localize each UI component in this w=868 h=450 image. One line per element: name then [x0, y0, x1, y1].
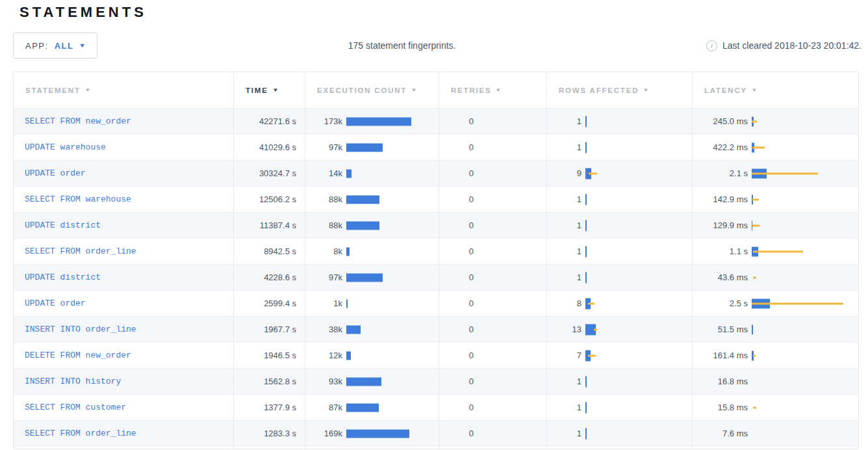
- retries-value: 0: [439, 142, 474, 152]
- latency-stddev-bar: [753, 276, 756, 278]
- rows-affected-value: 8: [547, 298, 581, 308]
- statement-link[interactable]: SELECT FROM new_order: [25, 116, 131, 126]
- time-value: 1562.8 s: [264, 377, 296, 386]
- execution-count-bar: [346, 403, 379, 412]
- latency-stddev-bar: [752, 146, 765, 148]
- latency-value: 7.6 ms: [693, 429, 748, 438]
- rows-affected-value: 1: [547, 142, 581, 152]
- statement-link[interactable]: UPDATE district: [25, 220, 101, 230]
- execution-count-value: 97k: [305, 272, 342, 282]
- retries-value: 0: [439, 194, 474, 204]
- execution-count-bar: [346, 351, 351, 360]
- table-row: UPDATE warehouse 41029.6 s 97k 0 1 422.2…: [14, 134, 858, 160]
- time-value: 12506.2 s: [259, 194, 296, 204]
- execution-count-bar: [346, 143, 383, 152]
- rows-affected-value: 9: [547, 168, 581, 178]
- table-row: SELECT FROM order_line 1283.3 s 169k 0 1…: [14, 420, 858, 446]
- column-header-rows-affected[interactable]: ROWS AFFECTED ▼: [546, 72, 692, 108]
- execution-count-value: 12k: [305, 351, 342, 360]
- table-header-row: STATEMENT ▼ TIME ▼ EXECUTION COUNT ▼ RET…: [14, 72, 858, 108]
- retries-value: 0: [439, 220, 474, 230]
- rows-affected-value: 7: [547, 351, 581, 360]
- rows-affected-bar: [585, 246, 587, 257]
- execution-count-value: 88k: [305, 194, 342, 204]
- statement-link[interactable]: SELECT FROM order_line: [25, 429, 136, 438]
- sort-arrow-icon: ▼: [643, 87, 649, 93]
- statement-link[interactable]: DELETE FROM new_order: [25, 351, 131, 360]
- statement-link[interactable]: SELECT FROM warehouse: [25, 194, 131, 204]
- app-filter-value: ALL: [55, 41, 74, 51]
- rows-affected-stddev-bar: [589, 172, 597, 174]
- rows-affected-value: 1: [547, 403, 581, 412]
- time-value: 41029.6 s: [259, 142, 296, 152]
- rows-affected-value: 1: [547, 272, 581, 282]
- execution-count-bar: [346, 377, 381, 386]
- table-row: SELECT FROM new_order 42271.6 s 173k 0 1…: [14, 108, 858, 134]
- latency-stddev-bar: [752, 172, 818, 174]
- column-header-time[interactable]: TIME ▼: [233, 72, 305, 108]
- sort-arrow-icon: ▼: [495, 87, 502, 93]
- latency-value: 15.8 ms: [693, 403, 748, 412]
- rows-affected-value: 1: [547, 194, 581, 204]
- time-value: 42271.6 s: [259, 116, 296, 126]
- latency-value: 161.4 ms: [693, 351, 748, 360]
- table-row: SELECT FROM order_line 8942.5 s 8k 0 1 1…: [14, 238, 858, 264]
- time-value: 1946.5 s: [264, 351, 296, 360]
- statements-page: STATEMENTS APP: ALL ▼ 175 statement fing…: [0, 0, 868, 450]
- latency-stddev-bar: [752, 302, 843, 304]
- statement-link[interactable]: UPDATE warehouse: [25, 142, 106, 152]
- column-header-statement[interactable]: STATEMENT ▼: [14, 72, 233, 108]
- latency-bar: [752, 324, 753, 334]
- chevron-down-icon: ▼: [79, 42, 86, 49]
- latency-value: 422.2 ms: [693, 142, 748, 152]
- rows-affected-stddev-bar: [588, 302, 594, 304]
- execution-count-bar: [346, 325, 361, 334]
- statement-link[interactable]: INSERT INTO order_line: [25, 324, 136, 334]
- statement-link[interactable]: SELECT FROM order_line: [25, 246, 136, 256]
- table-row: UPDATE order 30324.7 s 14k 0 9 2.1 s: [14, 160, 858, 186]
- statement-link[interactable]: UPDATE order: [25, 168, 86, 178]
- table-row: INSERT INTO history 1562.8 s 93k 0 1 16.…: [14, 368, 858, 394]
- column-header-execution-count[interactable]: EXECUTION COUNT ▼: [305, 72, 439, 108]
- rows-affected-bar: [585, 220, 587, 231]
- execution-count-value: 97k: [305, 142, 342, 152]
- time-value: 8942.5 s: [264, 246, 296, 256]
- table-row: UPDATE order 2599.4 s 1k 0 8 2.5 s: [14, 290, 858, 316]
- toolbar: APP: ALL ▼ 175 statement fingerprints. i…: [13, 33, 862, 59]
- latency-stddev-bar: [753, 406, 756, 408]
- sort-arrow-icon: ▼: [411, 87, 417, 93]
- latency-value: 16.8 ms: [693, 377, 748, 386]
- latency-stddev-bar: [753, 354, 756, 356]
- rows-affected-bar: [585, 116, 587, 127]
- time-value: 1967.7 s: [264, 324, 296, 334]
- rows-affected-stddev-bar: [594, 328, 597, 330]
- rows-affected-value: 1: [547, 246, 581, 256]
- statement-link[interactable]: INSERT INTO history: [25, 377, 121, 386]
- execution-count-value: 1k: [305, 298, 342, 308]
- retries-value: 0: [439, 116, 474, 126]
- info-icon[interactable]: i: [706, 40, 717, 51]
- rows-affected-bar: [585, 194, 587, 205]
- statement-link[interactable]: UPDATE district: [25, 272, 101, 282]
- latency-value: 245.0 ms: [693, 116, 748, 126]
- app-filter-dropdown[interactable]: APP: ALL ▼: [13, 33, 97, 59]
- partial-next-row: [14, 446, 858, 449]
- statement-link[interactable]: UPDATE order: [25, 298, 86, 308]
- statements-table: STATEMENT ▼ TIME ▼ EXECUTION COUNT ▼ RET…: [13, 72, 859, 449]
- rows-affected-value: 1: [547, 116, 581, 126]
- time-value: 1377.9 s: [264, 403, 296, 412]
- latency-value: 1.1 s: [693, 246, 748, 256]
- execution-count-value: 14k: [305, 168, 342, 178]
- column-header-latency[interactable]: LATENCY ▼: [692, 72, 858, 108]
- rows-affected-value: 13: [547, 324, 581, 334]
- rows-affected-value: 1: [547, 429, 581, 438]
- execution-count-bar: [346, 169, 351, 178]
- table-row: UPDATE district 11387.4 s 88k 0 1 129.9 …: [14, 212, 858, 238]
- statement-link[interactable]: SELECT FROM customer: [25, 403, 126, 412]
- table-row: UPDATE district 4228.6 s 97k 0 1 43.6 ms: [14, 264, 858, 290]
- rows-affected-bar: [585, 402, 587, 413]
- execution-count-value: 8k: [305, 246, 342, 256]
- sort-arrow-icon: ▼: [272, 87, 279, 93]
- column-header-retries[interactable]: RETRIES ▼: [439, 72, 546, 108]
- execution-count-value: 88k: [305, 220, 342, 230]
